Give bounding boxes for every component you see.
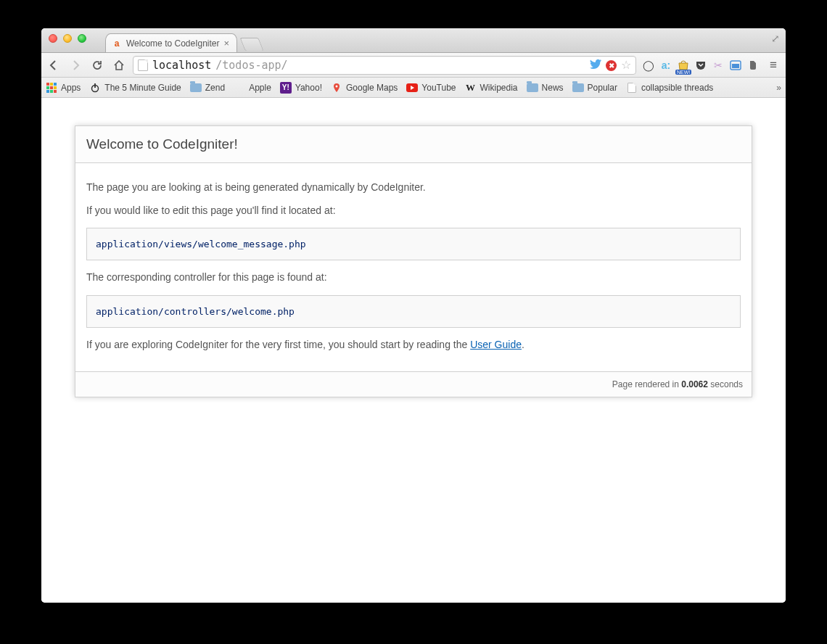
content-footer: Page rendered in 0.0062 seconds bbox=[75, 371, 752, 397]
text: If you are exploring CodeIgniter for the… bbox=[86, 339, 470, 350]
close-tab-button[interactable]: × bbox=[224, 38, 230, 49]
favicon-icon: a bbox=[112, 38, 122, 49]
apps-icon bbox=[46, 82, 57, 94]
browser-tab[interactable]: a Welcome to CodeIgniter × bbox=[105, 33, 237, 52]
nav-toolbar: localhost/todos-app/ ✖ ☆ ◯ a: NEW! ✂ bbox=[41, 53, 786, 78]
bookmark-label: Google Maps bbox=[346, 83, 398, 93]
bookmark-item[interactable]: collapsible threads bbox=[626, 82, 713, 94]
content-container: Welcome to CodeIgniter! The page you are… bbox=[75, 125, 752, 397]
bookmark-label: Apple bbox=[249, 83, 271, 93]
bookmark-item[interactable]: YouTube bbox=[406, 82, 456, 94]
bookmark-item[interactable]: News bbox=[527, 82, 564, 94]
youtube-icon bbox=[406, 82, 418, 94]
omnibox-actions: ✖ ☆ bbox=[590, 58, 631, 72]
menu-button[interactable]: ≡ bbox=[765, 58, 781, 73]
extension-icon[interactable] bbox=[729, 59, 742, 72]
url-host: localhost bbox=[152, 59, 211, 72]
browser-window: a Welcome to CodeIgniter × ⤢ localhost/t… bbox=[41, 28, 786, 603]
twitter-icon[interactable] bbox=[590, 58, 601, 72]
paragraph: If you would like to edit this page you'… bbox=[86, 204, 741, 218]
tab-title: Welcome to CodeIgniter bbox=[126, 38, 220, 49]
extension-badge: NEW! bbox=[675, 70, 691, 75]
bookmark-item[interactable]: Zend bbox=[190, 82, 225, 94]
titlebar: a Welcome to CodeIgniter × ⤢ bbox=[41, 28, 786, 53]
extension-icons: ◯ a: NEW! ✂ bbox=[642, 59, 760, 72]
folder-icon bbox=[527, 82, 538, 94]
url-path: /todos-app/ bbox=[215, 59, 287, 72]
paragraph: If you are exploring CodeIgniter for the… bbox=[86, 338, 741, 352]
footer-text: Page rendered in bbox=[612, 379, 681, 389]
page-icon bbox=[138, 59, 148, 71]
wikipedia-icon: W bbox=[465, 82, 477, 94]
extension-shopping-icon[interactable]: NEW! bbox=[677, 59, 690, 72]
folder-icon bbox=[572, 82, 584, 94]
paragraph: The corresponding controller for this pa… bbox=[86, 271, 741, 285]
home-button[interactable] bbox=[111, 57, 127, 73]
bookmark-label: Wikipedia bbox=[480, 83, 518, 93]
yahoo-icon: Y! bbox=[280, 82, 292, 94]
maps-icon bbox=[331, 82, 342, 94]
evernote-icon[interactable] bbox=[746, 59, 760, 72]
bookmark-star-icon[interactable]: ☆ bbox=[621, 58, 631, 72]
minimize-window-button[interactable] bbox=[63, 34, 72, 43]
bookmark-label: Zend bbox=[205, 83, 225, 93]
bookmark-item[interactable]: W Wikipedia bbox=[465, 82, 518, 94]
bookmark-item[interactable]: Popular bbox=[572, 82, 617, 94]
footer-text: seconds bbox=[708, 379, 743, 389]
bookmark-label: News bbox=[542, 83, 564, 93]
close-window-button[interactable] bbox=[49, 34, 57, 43]
bookmark-item[interactable]: Apple bbox=[234, 82, 271, 94]
maximize-window-button[interactable] bbox=[78, 34, 86, 43]
bookmark-label: collapsible threads bbox=[641, 83, 713, 93]
paragraph: The page you are looking at is being gen… bbox=[86, 181, 741, 195]
power-icon bbox=[89, 82, 101, 94]
adblock-icon[interactable]: ✖ bbox=[606, 59, 617, 71]
folder-icon bbox=[190, 82, 202, 94]
svg-point-4 bbox=[335, 85, 337, 87]
bookmark-item[interactable]: Y! Yahoo! bbox=[280, 82, 322, 94]
bookmarks-bar: Apps The 5 Minute Guide Zend Apple Y! Ya… bbox=[41, 78, 786, 98]
bookmark-label: YouTube bbox=[421, 83, 456, 93]
page-icon bbox=[626, 82, 638, 94]
fullscreen-icon[interactable]: ⤢ bbox=[771, 33, 780, 44]
pocket-icon[interactable] bbox=[694, 59, 707, 72]
code-path: application/views/welcome_message.php bbox=[86, 228, 741, 260]
content-body: The page you are looking at is being gen… bbox=[75, 163, 752, 371]
render-time: 0.0062 bbox=[681, 379, 708, 389]
bookmark-label: Apps bbox=[61, 83, 81, 93]
bookmark-label: The 5 Minute Guide bbox=[104, 83, 181, 93]
bookmarks-overflow-button[interactable]: » bbox=[776, 83, 781, 93]
apps-button[interactable]: Apps bbox=[46, 82, 81, 94]
reload-button[interactable] bbox=[89, 57, 105, 73]
user-guide-link[interactable]: User Guide bbox=[470, 339, 522, 350]
bookmark-item[interactable]: The 5 Minute Guide bbox=[89, 82, 181, 94]
bookmark-label: Popular bbox=[588, 83, 617, 93]
forward-button[interactable] bbox=[67, 57, 83, 73]
svg-rect-1 bbox=[732, 64, 739, 68]
page-title: Welcome to CodeIgniter! bbox=[75, 126, 752, 163]
tab-strip: a Welcome to CodeIgniter × bbox=[105, 28, 261, 52]
bookmark-label: Yahoo! bbox=[295, 83, 322, 93]
extension-icon[interactable]: ✂ bbox=[712, 59, 725, 72]
code-path: application/controllers/welcome.php bbox=[86, 295, 741, 328]
apple-icon bbox=[234, 82, 245, 94]
text: . bbox=[522, 339, 524, 350]
new-tab-button[interactable] bbox=[239, 38, 263, 51]
extension-icon[interactable]: a: bbox=[659, 59, 672, 72]
back-button[interactable] bbox=[46, 57, 62, 73]
address-bar[interactable]: localhost/todos-app/ ✖ ☆ bbox=[133, 56, 636, 75]
extension-icon[interactable]: ◯ bbox=[642, 59, 655, 72]
bookmark-item[interactable]: Google Maps bbox=[331, 82, 398, 94]
page-viewport: Welcome to CodeIgniter! The page you are… bbox=[41, 98, 786, 603]
window-controls bbox=[49, 34, 86, 43]
